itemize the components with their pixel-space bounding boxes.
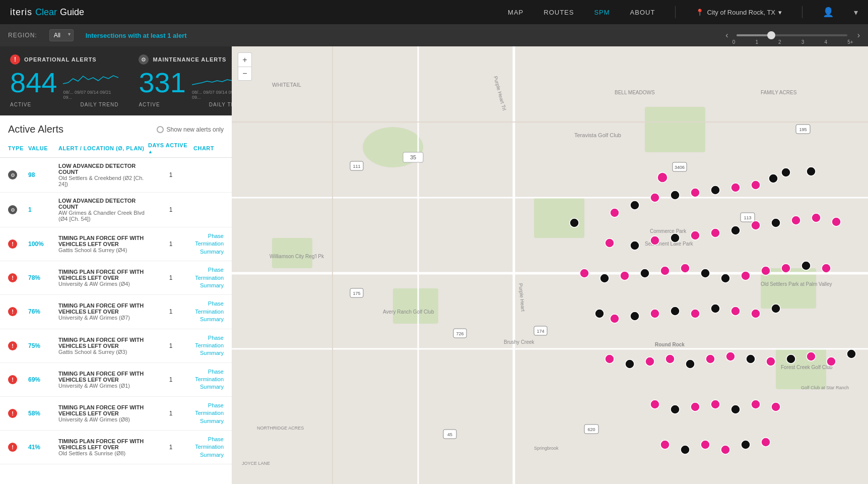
- chart-link[interactable]: Phase: [193, 334, 224, 342]
- map-dot[interactable]: [701, 440, 710, 449]
- map-dot[interactable]: [741, 440, 750, 449]
- map-dot[interactable]: [595, 309, 604, 318]
- map-dot[interactable]: [701, 269, 710, 278]
- map-dot[interactable]: [769, 174, 778, 183]
- map-dot[interactable]: [686, 359, 695, 369]
- chart-link[interactable]: Termination: [193, 409, 224, 417]
- map-dot[interactable]: [711, 186, 720, 195]
- map-dot[interactable]: [711, 228, 720, 237]
- map-dot[interactable]: [706, 354, 715, 364]
- map-dot[interactable]: [605, 354, 614, 364]
- chart-link[interactable]: Phase: [193, 436, 224, 443]
- map-dot[interactable]: [650, 236, 659, 245]
- chart-link[interactable]: Phase: [193, 266, 224, 274]
- nav-routes[interactable]: ROUTES: [544, 9, 574, 16]
- map-dot[interactable]: [822, 264, 831, 273]
- map-dot[interactable]: [630, 312, 639, 321]
- chart-link[interactable]: Termination: [193, 308, 224, 316]
- map-dot[interactable]: [681, 445, 690, 454]
- map-dot[interactable]: [807, 352, 816, 361]
- chart-link[interactable]: Phase: [193, 300, 224, 308]
- chart-link[interactable]: Termination: [193, 376, 224, 383]
- map-dot[interactable]: [781, 264, 790, 273]
- chart-link[interactable]: Summary: [193, 282, 224, 289]
- map-dot[interactable]: [847, 349, 856, 358]
- map-dot[interactable]: [600, 274, 609, 283]
- map-dot[interactable]: [640, 269, 649, 278]
- chart-link[interactable]: Phase: [193, 232, 224, 240]
- map-dot[interactable]: [650, 309, 659, 318]
- nav-spm[interactable]: SPM: [594, 9, 610, 16]
- chart-link[interactable]: Summary: [193, 417, 224, 425]
- slider-thumb[interactable]: [767, 31, 775, 39]
- map-dot[interactable]: [812, 213, 821, 222]
- th-value[interactable]: VALUE: [28, 145, 58, 151]
- nav-map[interactable]: MAP: [508, 9, 523, 16]
- th-days-active[interactable]: DAYS ACTIVE: [148, 142, 193, 154]
- nav-location[interactable]: 📍 City of Round Rock, TX ▾: [696, 9, 782, 16]
- map-dot[interactable]: [610, 208, 619, 217]
- map-dot[interactable]: [771, 218, 780, 227]
- map-dot[interactable]: [665, 354, 675, 364]
- map-dot[interactable]: [761, 266, 770, 275]
- map-dot[interactable]: [630, 241, 639, 250]
- map-dot[interactable]: [645, 357, 654, 366]
- map-dot[interactable]: [731, 405, 740, 414]
- chart-link[interactable]: Termination: [193, 342, 224, 349]
- map-dot[interactable]: [650, 193, 659, 202]
- map-dot[interactable]: [620, 271, 629, 280]
- map-dot[interactable]: [671, 191, 680, 200]
- map-dot[interactable]: [671, 233, 680, 243]
- map-dot[interactable]: [751, 309, 760, 318]
- map-dot[interactable]: [691, 231, 700, 240]
- map-dot[interactable]: [681, 264, 690, 273]
- nav-about[interactable]: ABOUT: [630, 9, 655, 16]
- user-icon[interactable]: 👤: [823, 7, 834, 18]
- map-dot[interactable]: [657, 172, 667, 183]
- map-dot[interactable]: [610, 314, 619, 323]
- map-dot[interactable]: [751, 180, 760, 190]
- map-dot[interactable]: [660, 266, 670, 275]
- map-dot[interactable]: [731, 226, 740, 235]
- map-dot[interactable]: [711, 304, 720, 313]
- map-dot[interactable]: [671, 405, 680, 414]
- th-type[interactable]: TYPE: [8, 145, 28, 151]
- map-dot[interactable]: [741, 271, 750, 280]
- map-dot[interactable]: [807, 167, 816, 176]
- chart-link[interactable]: Phase: [193, 402, 224, 409]
- map-dot[interactable]: [660, 440, 670, 449]
- map-dot[interactable]: [761, 438, 770, 447]
- th-alert-location[interactable]: ALERT / LOCATION (Ø, PLAN): [58, 145, 148, 151]
- chart-link[interactable]: Termination: [193, 443, 224, 451]
- map-dot[interactable]: [691, 309, 700, 318]
- map-dot[interactable]: [580, 269, 589, 278]
- map-dot[interactable]: [711, 400, 720, 409]
- map-dot[interactable]: [802, 261, 811, 270]
- slider-left-arrow[interactable]: ‹: [725, 31, 728, 40]
- nav-user-chevron[interactable]: ▾: [854, 8, 858, 17]
- map-dot[interactable]: [766, 357, 775, 366]
- zoom-out-button[interactable]: −: [238, 67, 252, 81]
- map-dot[interactable]: [832, 217, 841, 226]
- map-dot[interactable]: [771, 402, 780, 411]
- map-dot[interactable]: [671, 307, 680, 316]
- map-dot[interactable]: [650, 400, 659, 409]
- map-dot[interactable]: [791, 216, 800, 225]
- th-chart[interactable]: CHART: [193, 145, 224, 151]
- map-dot[interactable]: [746, 354, 755, 364]
- chart-link[interactable]: Termination: [193, 240, 224, 248]
- map-dot[interactable]: [570, 218, 579, 227]
- map-dot[interactable]: [751, 400, 760, 409]
- map-dot[interactable]: [731, 183, 740, 192]
- map-dot[interactable]: [731, 307, 740, 316]
- map-dot[interactable]: [625, 359, 634, 369]
- map-dot[interactable]: [771, 304, 780, 313]
- map-dot[interactable]: [751, 221, 760, 230]
- chart-link[interactable]: Summary: [193, 383, 224, 391]
- slider-right-arrow[interactable]: ›: [857, 31, 860, 40]
- map-dot[interactable]: [605, 238, 614, 248]
- chart-link[interactable]: Summary: [193, 248, 224, 256]
- map-dot[interactable]: [781, 168, 790, 177]
- chart-link[interactable]: Summary: [193, 349, 224, 357]
- map-dot[interactable]: [721, 445, 730, 454]
